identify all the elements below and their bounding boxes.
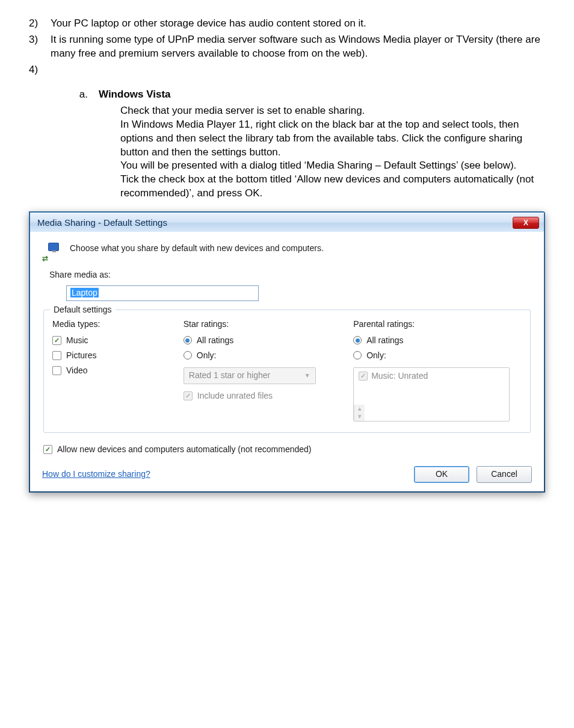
sublist-title: Windows Vista	[99, 88, 171, 102]
star-ratings-column: Star ratings: All ratings Only: Rated 1 …	[184, 319, 339, 422]
list-text	[51, 63, 545, 77]
allow-new-devices-row[interactable]: Allow new devices and computers automati…	[43, 444, 532, 455]
media-share-icon: ⇄	[42, 243, 61, 262]
share-as-value: Laptop	[70, 288, 99, 297]
radio-icon	[184, 351, 192, 359]
sublist-id: a.	[29, 88, 99, 102]
dialog-window: Media Sharing - Default Settings X ⇄ Cho…	[29, 211, 545, 492]
share-as-input[interactable]: Laptop	[66, 285, 259, 301]
list-item-3: 3) It is running some type of UPnP media…	[29, 33, 545, 61]
star-all-radio-row[interactable]: All ratings	[184, 335, 339, 346]
group-legend: Default settings	[50, 304, 116, 316]
checkbox-icon	[52, 351, 61, 360]
paragraph: You will be presented with a dialog titl…	[120, 159, 545, 173]
default-settings-group: Default settings Media types: Music Pict…	[43, 310, 531, 433]
media-types-column: Media types: Music Pictures Video	[52, 319, 169, 422]
radio-label: Only:	[366, 350, 386, 361]
parental-ratings-heading: Parental ratings:	[353, 319, 522, 330]
list-item-4: 4)	[29, 63, 545, 77]
list-text: Your PC laptop or other storage device h…	[51, 17, 545, 31]
paragraph: Tick the check box at the bottom titled …	[120, 173, 545, 201]
checkbox-label: Video	[66, 365, 88, 376]
include-unrated-row: Include unrated files	[184, 390, 339, 402]
list-number: 2)	[29, 17, 51, 31]
cancel-button[interactable]: Cancel	[477, 466, 532, 483]
media-types-heading: Media types:	[52, 319, 169, 330]
dialog-title: Media Sharing - Default Settings	[37, 217, 513, 229]
star-rating-combo: Rated 1 star or higher ▼	[184, 367, 316, 384]
checkbox-label: Pictures	[66, 350, 97, 361]
music-checkbox-row[interactable]: Music	[52, 335, 169, 346]
star-only-radio-row[interactable]: Only:	[184, 350, 339, 361]
pictures-checkbox-row[interactable]: Pictures	[52, 350, 169, 361]
parental-ratings-list: Music: Unrated ▲ ▼	[353, 367, 510, 422]
list-text: It is running some type of UPnP media se…	[51, 33, 545, 61]
dialog-body: ⇄ Choose what you share by default with …	[30, 232, 544, 491]
dialog-bottom-row: How do I customize sharing? OK Cancel	[42, 466, 532, 483]
list-item-2: 2) Your PC laptop or other storage devic…	[29, 17, 545, 31]
checkbox-icon	[52, 336, 61, 345]
parental-ratings-column: Parental ratings: All ratings Only:	[353, 319, 522, 422]
star-ratings-heading: Star ratings:	[184, 319, 339, 330]
radio-icon	[353, 336, 362, 344]
scroll-up-icon: ▲	[357, 405, 363, 413]
radio-label: All ratings	[197, 335, 233, 346]
checkbox-icon	[52, 366, 61, 375]
close-button[interactable]: X	[513, 217, 539, 229]
radio-label: Only:	[197, 350, 217, 361]
checkbox-label: Allow new devices and computers automati…	[57, 444, 312, 455]
close-icon: X	[523, 218, 528, 228]
dialog-intro-text: Choose what you share by default with ne…	[70, 243, 324, 254]
scrollbar: ▲ ▼	[354, 405, 365, 421]
checkbox-label: Include unrated files	[197, 390, 273, 402]
paragraph: Check that your media server is set to e…	[120, 104, 545, 118]
dialog-intro-row: ⇄ Choose what you share by default with …	[42, 243, 532, 262]
parental-all-radio-row[interactable]: All ratings	[353, 335, 522, 346]
list-number: 4)	[29, 63, 51, 77]
chevron-down-icon: ▼	[304, 372, 310, 380]
parental-only-radio-row[interactable]: Only:	[353, 350, 522, 361]
paragraph: In Windows Media Player 11, right click …	[120, 118, 545, 160]
radio-label: All ratings	[366, 335, 403, 346]
radio-icon	[353, 351, 362, 359]
sublist-item-a: a. Windows Vista	[29, 88, 545, 102]
dialog-title-bar[interactable]: Media Sharing - Default Settings X	[30, 213, 544, 232]
checkbox-icon	[43, 445, 52, 454]
scroll-down-icon: ▼	[357, 412, 363, 421]
checkbox-icon	[359, 372, 368, 381]
list-item-label: Music: Unrated	[371, 370, 428, 382]
checkbox-label: Music	[66, 335, 88, 346]
button-label: Cancel	[491, 468, 517, 480]
help-link[interactable]: How do I customize sharing?	[42, 468, 150, 480]
sublist-body: Check that your media server is set to e…	[120, 104, 545, 201]
video-checkbox-row[interactable]: Video	[52, 365, 169, 376]
button-label: OK	[436, 468, 448, 480]
combo-value: Rated 1 star or higher	[189, 370, 270, 381]
radio-icon	[184, 336, 192, 344]
ok-button[interactable]: OK	[414, 466, 469, 483]
list-number: 3)	[29, 33, 51, 61]
checkbox-icon	[184, 391, 193, 400]
share-as-label: Share media as:	[49, 269, 532, 281]
